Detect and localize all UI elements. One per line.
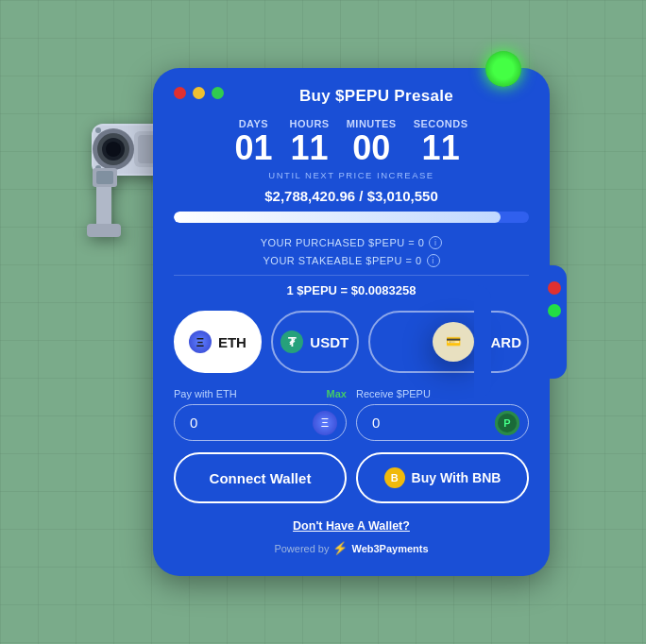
svg-point-7 [106,142,121,157]
purchased-info: YOUR PURCHASED $PEPU = 0 i [174,236,529,249]
window-controls [174,87,224,99]
win-maximize[interactable] [212,87,224,99]
buy-bnb-button[interactable]: B Buy With BNB [356,452,529,503]
status-glow [485,51,521,87]
tab-card[interactable]: 💳 CARD [368,311,529,373]
pay-input-wrapper: Ξ [174,404,347,441]
countdown-days: Days 01 [234,118,272,167]
powered-by: Powered by ⚡ Web3Payments [174,541,529,555]
presale-card: Buy $PEPU Presale Days 01 Hours 11 Minut… [153,68,550,577]
action-buttons: Connect Wallet B Buy With BNB [174,452,529,503]
bnb-icon: B [384,467,405,488]
svg-rect-1 [87,224,121,237]
side-indicators [548,281,561,317]
web3-icon: ⚡ [332,541,348,555]
max-button[interactable]: Max [327,388,347,399]
price-raised: $2,788,420.96 / $3,010,550 [174,188,529,204]
progress-bar-fill [174,212,501,223]
win-close[interactable] [174,87,186,99]
no-wallet-link-container: Don't Have A Wallet? [174,517,529,534]
pay-group: Pay with ETH Max Ξ [174,388,347,441]
progress-bar-bg [174,212,529,223]
usdt-icon: ₮ [280,330,303,353]
receive-group: Receive $PEPU P [356,388,529,441]
svg-rect-17 [96,171,113,184]
stakeable-info-icon[interactable]: i [427,254,440,267]
pepu-input-icon: P [495,411,519,435]
svg-point-14 [95,127,101,133]
pay-label: Pay with ETH [174,388,237,399]
until-text: UNTIL NEXT PRICE INCREASE [174,170,529,180]
connect-wallet-button[interactable]: Connect Wallet [174,452,347,503]
svg-text:P: P [503,417,510,429]
win-minimize[interactable] [193,87,205,99]
card-icon: 💳 [433,322,474,362]
countdown-hours: Hours 11 [289,118,329,167]
countdown-minutes: Minutes 00 [347,118,397,167]
no-wallet-link[interactable]: Don't Have A Wallet? [293,519,410,533]
divider-1 [174,275,529,276]
countdown-timer: Days 01 Hours 11 Minutes 00 Seconds 11 [174,118,529,167]
green-indicator [548,304,561,317]
red-indicator [548,281,561,295]
currency-tabs: Ξ ETH ₮ USDT 💳 CARD [174,311,529,373]
tab-eth[interactable]: Ξ ETH [174,311,262,373]
receive-input-wrapper: P [356,404,529,441]
tab-usdt[interactable]: ₮ USDT [271,311,359,373]
purchased-info-icon[interactable]: i [429,236,442,249]
stakeable-info: YOUR STAKEABLE $PEPU = 0 i [174,254,529,267]
receive-label: Receive $PEPU [356,388,431,399]
card-title: Buy $PEPU Presale [299,87,453,105]
eth-icon: Ξ [189,330,212,353]
eth-input-icon: Ξ [313,411,337,435]
countdown-seconds: Seconds 11 [414,118,468,167]
